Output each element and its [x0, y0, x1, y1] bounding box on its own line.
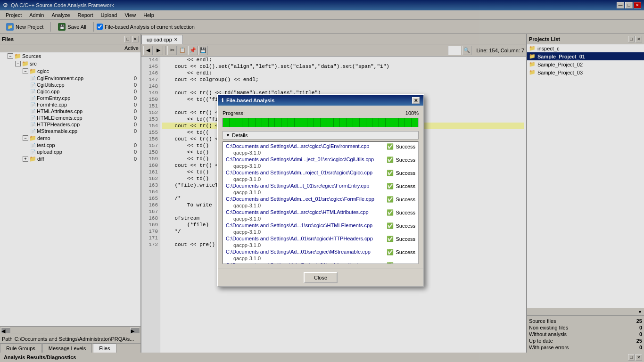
progress-segment	[399, 118, 405, 127]
progress-label: Progress:	[223, 110, 245, 116]
status-text: Success	[396, 170, 415, 176]
progress-segment	[353, 118, 360, 127]
status-text: Success	[396, 197, 415, 202]
progress-segment	[321, 118, 327, 127]
log-item: C:\Documents and Settings\Admi...ject_01…	[224, 156, 417, 169]
file-based-analysis-dialog: ℹ File-based Analysis ✕ Progress: 100% ▼…	[217, 94, 424, 287]
log-item: C:\Documents and Settings\Ad...01\src\cg…	[224, 248, 417, 262]
log-item: C:\Documents and Settings\Ad...src\cgicc…	[224, 209, 417, 222]
dialog-close-btn[interactable]: Close	[304, 272, 338, 283]
log-path: C:\Documents and Settings\Adt...t_01\src…	[226, 183, 369, 189]
success-icon: ✅	[387, 249, 394, 255]
progress-segment	[314, 118, 321, 127]
log-status: ✅ Success	[387, 183, 415, 189]
log-path: C:\Documents and Settings\Ad...src\cgicc…	[226, 209, 369, 216]
log-status: ✅ Success	[387, 170, 415, 176]
progress-segment	[223, 118, 230, 127]
log-item: C:\Documents and Settings\Adm...ect_01\s…	[224, 196, 417, 209]
dialog-title-text: File-based Analysis	[226, 98, 274, 103]
dialog-title-bar: ℹ File-based Analysis ✕	[218, 95, 423, 106]
dialog-overlay: ℹ File-based Analysis ✕ Progress: 100% ▼…	[0, 0, 644, 362]
status-text: Success	[396, 236, 415, 242]
log-status: ✅ Success	[387, 143, 415, 150]
log-version: qacpp-3.1.0	[226, 229, 415, 235]
details-toggle[interactable]: ▼ Details	[223, 131, 419, 140]
log-status: ✅ Success	[387, 196, 415, 203]
log-version: qacpp-3.1.0	[226, 189, 415, 195]
log-status: ✅ Success	[387, 262, 415, 264]
progress-segment	[275, 118, 281, 127]
dialog-body: Progress: 100% ▼ Details C:\Documents an…	[218, 106, 423, 269]
log-path: C:\Documents and Settings\Admi...ject_01…	[226, 156, 374, 163]
log-version: qacpp-3.1.0	[226, 203, 415, 208]
status-text: Success	[396, 263, 415, 264]
status-text: Success	[396, 249, 415, 255]
log-status: ✅ Success	[387, 222, 415, 229]
log-path: C:\Documents and Settings\Adm...ect_01\s…	[226, 196, 374, 203]
progress-segment	[379, 118, 386, 127]
success-icon: ✅	[387, 170, 394, 176]
status-text: Success	[396, 183, 415, 189]
log-item: C:\Documents and Settings\Adm...roject_0…	[224, 169, 417, 182]
progress-segment	[262, 118, 269, 127]
details-triangle-icon: ▼	[226, 133, 230, 138]
log-path: C:\Documents and Settings\Ad...01\src\cg…	[226, 236, 373, 242]
progress-bar	[223, 118, 419, 127]
progress-segment	[366, 118, 373, 127]
progress-segment	[230, 118, 236, 127]
status-text: Success	[396, 223, 415, 229]
log-status: ✅ Success	[387, 156, 415, 163]
progress-segment	[360, 118, 366, 127]
log-path: C:\Documents and Settings\Ad...1\src\cgi…	[226, 222, 372, 229]
progress-segment	[295, 118, 301, 127]
progress-segment	[392, 118, 399, 127]
progress-segment	[301, 118, 308, 127]
progress-segment	[412, 118, 418, 127]
progress-segment	[269, 118, 275, 127]
progress-segment	[242, 118, 249, 127]
progress-segment	[281, 118, 288, 127]
progress-segment	[249, 118, 256, 127]
log-version: qacpp-3.1.0	[226, 176, 415, 182]
log-version: qacpp-3.1.0	[226, 163, 415, 169]
log-item: C:\Documents and Settings\Adt...t_01\src…	[224, 182, 417, 196]
log-item: C:\Documents and Settings\Ad...Project_0…	[224, 262, 417, 264]
dialog-close-button[interactable]: ✕	[412, 97, 420, 104]
log-status: ✅ Success	[387, 209, 415, 216]
progress-segment	[288, 118, 295, 127]
progress-pct: 100%	[405, 110, 419, 116]
log-path: C:\Documents and Settings\Ad...01\src\cg…	[226, 249, 371, 255]
log-path: C:\Documents and Settings\Ad...Project_0…	[226, 262, 368, 264]
success-icon: ✅	[387, 183, 394, 189]
details-label: Details	[232, 132, 248, 138]
success-icon: ✅	[387, 143, 394, 150]
success-icon: ✅	[387, 236, 394, 242]
progress-bar-fill	[223, 118, 418, 127]
dialog-icon: ℹ	[222, 98, 223, 104]
status-text: Success	[396, 144, 415, 149]
log-version: qacpp-3.1.0	[226, 216, 415, 222]
success-icon: ✅	[387, 196, 394, 203]
progress-segment	[386, 118, 392, 127]
progress-segment	[236, 118, 243, 127]
log-item: C:\Documents and Settings\Ad...src\cgicc…	[224, 143, 417, 156]
progress-segment	[347, 118, 353, 127]
log-path: C:\Documents and Settings\Ad...src\cgicc…	[226, 143, 369, 150]
log-path: C:\Documents and Settings\Adm...roject_0…	[226, 170, 372, 176]
progress-segment	[405, 118, 412, 127]
dialog-footer: Close	[218, 269, 423, 286]
progress-segment	[340, 118, 347, 127]
status-text: Success	[396, 157, 415, 163]
progress-segment	[256, 118, 262, 127]
success-icon: ✅	[387, 209, 394, 216]
log-status: ✅ Success	[387, 236, 415, 242]
progress-segment	[327, 118, 334, 127]
analysis-log[interactable]: C:\Documents and Settings\Ad...src\cgicc…	[223, 141, 419, 264]
log-item: C:\Documents and Settings\Ad...1\src\cgi…	[224, 222, 417, 235]
status-text: Success	[396, 210, 415, 215]
log-version: qacpp-3.1.0	[226, 255, 415, 261]
success-icon: ✅	[387, 262, 394, 264]
progress-segment	[334, 118, 340, 127]
log-status: ✅ Success	[387, 249, 415, 255]
progress-segment	[372, 118, 379, 127]
